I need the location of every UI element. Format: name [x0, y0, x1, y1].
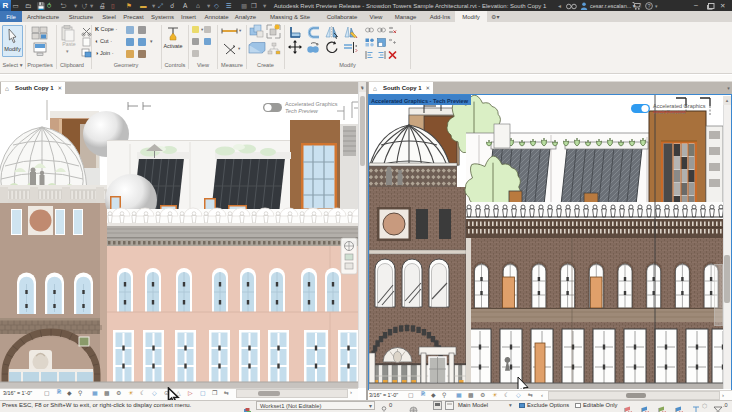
- svg-text:?: ?: [648, 3, 651, 9]
- svg-text:Accelerated Graphics: Accelerated Graphics: [285, 101, 338, 107]
- svg-text:Tech Preview: Tech Preview: [285, 108, 319, 114]
